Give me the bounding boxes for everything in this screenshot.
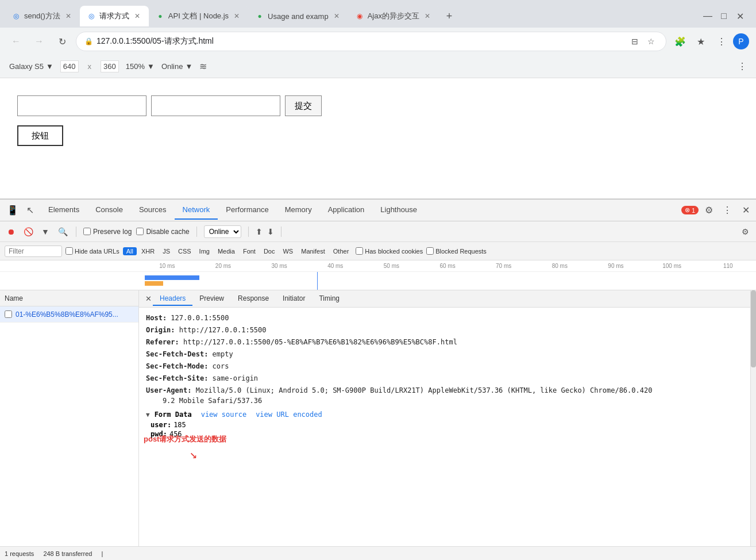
tab-memory[interactable]: Memory xyxy=(277,201,320,220)
tab-favicon-2: ◎ xyxy=(87,11,96,21)
tab-lighthouse[interactable]: Lighthouse xyxy=(372,201,425,220)
inspect-icon[interactable]: ↖ xyxy=(22,202,38,218)
tab-4[interactable]: ● Usage and examp ✕ xyxy=(248,6,348,26)
request-checkbox[interactable] xyxy=(5,310,12,318)
hide-data-urls-checkbox[interactable] xyxy=(65,247,73,255)
disable-cache-checkbox[interactable] xyxy=(136,228,144,235)
tab-close-4[interactable]: ✕ xyxy=(332,11,341,21)
view-url-encoded-link[interactable]: view URL encoded xyxy=(256,411,322,419)
clear-button[interactable]: 🚫 xyxy=(22,225,34,238)
detail-tab-initiator[interactable]: Initiator xyxy=(276,292,312,306)
tab-close-1[interactable]: ✕ xyxy=(64,11,73,21)
search-button[interactable]: 🔍 xyxy=(56,225,69,238)
detail-tab-response[interactable]: Response xyxy=(231,292,276,306)
back-button[interactable]: ← xyxy=(7,32,25,51)
device-mode-icon[interactable]: 📱 xyxy=(5,202,21,218)
zoom-select[interactable]: 150% ▼ xyxy=(126,62,155,71)
download-icon[interactable]: ⬇ xyxy=(267,227,274,236)
devtools-close-icon[interactable]: ✕ xyxy=(738,202,754,218)
detail-close-button[interactable]: ✕ xyxy=(144,294,153,304)
tab-close-5[interactable]: ✕ xyxy=(423,11,432,21)
filter-other[interactable]: Other xyxy=(330,247,353,255)
more-options-icon[interactable]: ⋮ xyxy=(712,32,731,51)
tl-label-3: 30 ms xyxy=(251,263,307,269)
device-toolbar: Galaxy S5 ▼ 640 x 360 150% ▼ Online ▼ ≋ … xyxy=(0,55,756,78)
tab-performance[interactable]: Performance xyxy=(218,201,276,220)
extensions-icon[interactable]: 🧩 xyxy=(671,32,689,51)
new-tab-button[interactable]: + xyxy=(441,8,457,24)
filter-input[interactable] xyxy=(5,246,62,257)
tab-console[interactable]: Console xyxy=(87,201,131,220)
blocked-requests-label[interactable]: Blocked Requests xyxy=(426,247,487,255)
filter-media[interactable]: Media xyxy=(214,247,238,255)
devtools-panel: 📱 ↖ Elements Console Sources Network Per… xyxy=(0,199,756,560)
tab-3[interactable]: ● API 文档 | Node.js ✕ xyxy=(149,6,248,26)
tab-close-2[interactable]: ✕ xyxy=(133,11,142,21)
blocked-requests-checkbox[interactable] xyxy=(426,247,434,255)
upload-icon[interactable]: ⬆ xyxy=(256,227,263,236)
submit-button[interactable]: 提交 xyxy=(285,95,322,116)
forward-button[interactable]: → xyxy=(30,32,48,51)
tab-application[interactable]: Application xyxy=(320,201,373,220)
tab-sources[interactable]: Sources xyxy=(131,201,175,220)
height-input[interactable]: 360 xyxy=(101,60,119,72)
device-toolbar-more-icon[interactable]: ⋮ xyxy=(738,61,747,72)
width-input[interactable]: 640 xyxy=(60,60,79,72)
translate-icon[interactable]: ⊟ xyxy=(628,34,642,48)
preserve-log-checkbox[interactable] xyxy=(83,228,91,235)
tab-5[interactable]: ◉ Ajax的异步交互 ✕ xyxy=(348,6,439,26)
device-select[interactable]: Galaxy S5 ▼ xyxy=(9,62,53,71)
filter-manifest[interactable]: Manifest xyxy=(298,247,329,255)
scrollbar[interactable] xyxy=(750,290,756,546)
devtools-settings-icon[interactable]: ⚙ xyxy=(701,202,717,218)
disable-cache-label[interactable]: Disable cache xyxy=(136,228,189,236)
online-select[interactable]: Online ▼ xyxy=(161,62,192,71)
filter-js[interactable]: JS xyxy=(159,247,173,255)
view-source-link[interactable]: view source xyxy=(201,411,246,419)
record-button[interactable]: ⏺ xyxy=(5,225,17,238)
profile-button[interactable]: P xyxy=(733,33,749,49)
tab-2[interactable]: ◎ 请求方式 ✕ xyxy=(80,6,149,26)
network-settings-icon[interactable]: ⚙ xyxy=(739,225,751,238)
devtools-icon[interactable]: ★ xyxy=(692,32,710,51)
filter-xhr[interactable]: XHR xyxy=(138,247,158,255)
close-window-button[interactable]: ✕ xyxy=(733,9,747,23)
filter-font[interactable]: Font xyxy=(240,247,259,255)
header-sec-fetch-mode: Sec-Fetch-Mode: cors xyxy=(146,361,743,371)
bookmark-icon[interactable]: ☆ xyxy=(644,34,658,48)
has-blocked-cookies-label[interactable]: Has blocked cookies xyxy=(356,247,423,255)
devtools-more-icon[interactable]: ⋮ xyxy=(719,202,735,218)
detail-tab-preview[interactable]: Preview xyxy=(192,292,231,306)
throttle-icon[interactable]: ≋ xyxy=(199,61,207,72)
form-data-toggle[interactable]: ▼ xyxy=(146,411,150,419)
request-item-name: 01-%E6%B5%8B%E8%AF%95... xyxy=(16,310,118,319)
hide-data-urls-label[interactable]: Hide data URLs xyxy=(65,247,119,255)
request-item[interactable]: 01-%E6%B5%8B%E8%AF%95... xyxy=(0,306,138,323)
preserve-log-label[interactable]: Preserve log xyxy=(83,228,132,236)
annotation-text: post请求方式发送的数据 xyxy=(144,434,226,444)
throttle-select[interactable]: Online xyxy=(204,225,241,238)
maximize-button[interactable]: □ xyxy=(717,9,731,23)
detail-tab-headers[interactable]: Headers xyxy=(153,292,192,306)
filter-ws[interactable]: WS xyxy=(279,247,296,255)
scrollbar-thumb[interactable] xyxy=(751,290,756,367)
address-input-wrap[interactable]: 🔒 127.0.0.1:5500/05-请求方式.html ⊟ ☆ xyxy=(76,32,666,51)
minimize-button[interactable]: — xyxy=(701,9,715,23)
tab-close-3[interactable]: ✕ xyxy=(232,11,241,21)
tab-elements[interactable]: Elements xyxy=(40,201,87,220)
filter-all[interactable]: All xyxy=(123,247,137,255)
action-button[interactable]: 按钮 xyxy=(17,125,63,146)
password-input[interactable] xyxy=(151,95,280,116)
tab-network[interactable]: Network xyxy=(175,201,218,220)
tab-title-5: Ajax的异步交互 xyxy=(368,11,419,21)
filter-img[interactable]: Img xyxy=(196,247,213,255)
detail-tab-timing[interactable]: Timing xyxy=(312,292,346,306)
has-blocked-cookies-checkbox[interactable] xyxy=(356,247,363,255)
filter-icon-button[interactable]: ▼ xyxy=(39,225,52,238)
filter-css[interactable]: CSS xyxy=(175,247,195,255)
filter-doc[interactable]: Doc xyxy=(260,247,279,255)
tab-1[interactable]: ◎ send()方法 ✕ xyxy=(5,6,80,26)
refresh-button[interactable]: ↻ xyxy=(53,32,71,51)
username-input[interactable] xyxy=(17,95,146,116)
tab-title-3: API 文档 | Node.js xyxy=(168,11,229,21)
